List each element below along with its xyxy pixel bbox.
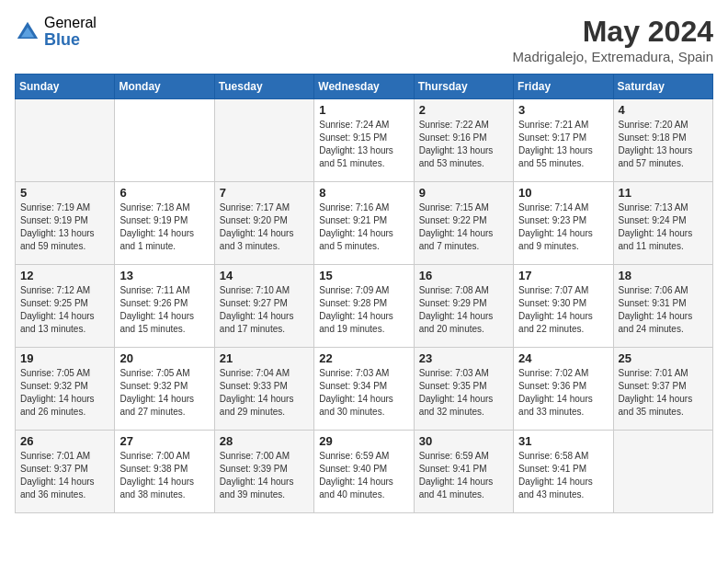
day-number: 16 — [419, 269, 508, 282]
day-number: 1 — [319, 103, 408, 117]
day-detail: Sunrise: 7:03 AM Sunset: 9:35 PM Dayligh… — [419, 367, 508, 419]
column-header-friday: Friday — [514, 75, 613, 99]
column-header-tuesday: Tuesday — [214, 75, 313, 99]
day-detail: Sunrise: 7:09 AM Sunset: 9:28 PM Dayligh… — [319, 284, 408, 336]
column-header-saturday: Saturday — [613, 75, 712, 99]
logo-blue: Blue — [44, 31, 97, 50]
calendar-cell — [115, 99, 214, 182]
calendar-cell: 29Sunrise: 6:59 AM Sunset: 9:40 PM Dayli… — [314, 431, 414, 513]
page-title: May 2024 — [513, 15, 713, 49]
day-detail: Sunrise: 7:21 AM Sunset: 9:17 PM Dayligh… — [518, 119, 608, 170]
day-detail: Sunrise: 7:05 AM Sunset: 9:32 PM Dayligh… — [20, 367, 109, 419]
column-header-monday: Monday — [115, 75, 214, 99]
calendar-cell: 24Sunrise: 7:02 AM Sunset: 9:36 PM Dayli… — [514, 348, 613, 431]
day-number: 23 — [419, 351, 508, 365]
day-number: 25 — [619, 351, 708, 365]
week-row-2: 5Sunrise: 7:19 AM Sunset: 9:19 PM Daylig… — [16, 182, 713, 265]
week-row-5: 26Sunrise: 7:01 AM Sunset: 9:37 PM Dayli… — [16, 431, 713, 513]
day-number: 17 — [518, 269, 608, 282]
day-detail: Sunrise: 7:16 AM Sunset: 9:21 PM Dayligh… — [319, 201, 408, 253]
day-number: 20 — [119, 351, 209, 365]
day-number: 31 — [518, 434, 608, 448]
page-subtitle: Madrigalejo, Extremadura, Spain — [513, 49, 713, 64]
column-header-sunday: Sunday — [16, 75, 115, 99]
calendar-cell: 8Sunrise: 7:16 AM Sunset: 9:21 PM Daylig… — [314, 182, 414, 265]
calendar-cell: 5Sunrise: 7:19 AM Sunset: 9:19 PM Daylig… — [16, 182, 115, 265]
calendar-header-row: SundayMondayTuesdayWednesdayThursdayFrid… — [16, 75, 713, 99]
calendar-cell — [613, 431, 712, 513]
calendar-cell: 9Sunrise: 7:15 AM Sunset: 9:22 PM Daylig… — [414, 182, 513, 265]
calendar-cell: 1Sunrise: 7:24 AM Sunset: 9:15 PM Daylig… — [314, 99, 414, 182]
day-number: 28 — [220, 434, 309, 448]
calendar-cell — [214, 99, 313, 182]
day-number: 19 — [20, 351, 109, 365]
day-number: 3 — [518, 103, 608, 117]
day-number: 24 — [518, 351, 608, 365]
day-detail: Sunrise: 7:06 AM Sunset: 9:31 PM Dayligh… — [619, 284, 708, 336]
day-detail: Sunrise: 7:04 AM Sunset: 9:33 PM Dayligh… — [220, 367, 309, 419]
calendar-cell: 20Sunrise: 7:05 AM Sunset: 9:32 PM Dayli… — [115, 348, 214, 431]
calendar-cell: 22Sunrise: 7:03 AM Sunset: 9:34 PM Dayli… — [314, 348, 414, 431]
day-number: 29 — [319, 434, 408, 448]
day-detail: Sunrise: 7:02 AM Sunset: 9:36 PM Dayligh… — [518, 367, 608, 419]
day-number: 22 — [319, 351, 408, 365]
day-detail: Sunrise: 7:07 AM Sunset: 9:30 PM Dayligh… — [518, 284, 608, 336]
day-detail: Sunrise: 7:22 AM Sunset: 9:16 PM Dayligh… — [419, 119, 508, 170]
day-detail: Sunrise: 6:59 AM Sunset: 9:40 PM Dayligh… — [319, 450, 408, 501]
calendar-cell: 25Sunrise: 7:01 AM Sunset: 9:37 PM Dayli… — [613, 348, 712, 431]
day-number: 11 — [619, 186, 708, 200]
calendar-cell: 19Sunrise: 7:05 AM Sunset: 9:32 PM Dayli… — [16, 348, 115, 431]
day-detail: Sunrise: 7:15 AM Sunset: 9:22 PM Dayligh… — [419, 201, 508, 253]
calendar-cell: 26Sunrise: 7:01 AM Sunset: 9:37 PM Dayli… — [16, 431, 115, 513]
calendar-cell: 7Sunrise: 7:17 AM Sunset: 9:20 PM Daylig… — [214, 182, 313, 265]
calendar-cell: 10Sunrise: 7:14 AM Sunset: 9:23 PM Dayli… — [514, 182, 613, 265]
logo: General Blue — [15, 15, 97, 49]
day-detail: Sunrise: 7:18 AM Sunset: 9:19 PM Dayligh… — [119, 201, 209, 253]
week-row-3: 12Sunrise: 7:12 AM Sunset: 9:25 PM Dayli… — [16, 265, 713, 348]
calendar-body: 1Sunrise: 7:24 AM Sunset: 9:15 PM Daylig… — [16, 99, 713, 513]
day-number: 4 — [619, 103, 708, 117]
calendar-cell: 21Sunrise: 7:04 AM Sunset: 9:33 PM Dayli… — [214, 348, 313, 431]
day-number: 14 — [220, 269, 309, 282]
week-row-4: 19Sunrise: 7:05 AM Sunset: 9:32 PM Dayli… — [16, 348, 713, 431]
day-number: 10 — [518, 186, 608, 200]
day-detail: Sunrise: 7:17 AM Sunset: 9:20 PM Dayligh… — [220, 201, 309, 253]
column-header-thursday: Thursday — [414, 75, 513, 99]
day-detail: Sunrise: 7:13 AM Sunset: 9:24 PM Dayligh… — [619, 201, 708, 253]
calendar-cell: 12Sunrise: 7:12 AM Sunset: 9:25 PM Dayli… — [16, 265, 115, 348]
day-number: 18 — [619, 269, 708, 282]
logo-icon — [15, 19, 40, 45]
calendar-cell: 30Sunrise: 6:59 AM Sunset: 9:41 PM Dayli… — [414, 431, 513, 513]
calendar-cell: 2Sunrise: 7:22 AM Sunset: 9:16 PM Daylig… — [414, 99, 513, 182]
week-row-1: 1Sunrise: 7:24 AM Sunset: 9:15 PM Daylig… — [16, 99, 713, 182]
day-detail: Sunrise: 6:58 AM Sunset: 9:41 PM Dayligh… — [518, 450, 608, 501]
calendar-cell: 16Sunrise: 7:08 AM Sunset: 9:29 PM Dayli… — [414, 265, 513, 348]
calendar-cell: 11Sunrise: 7:13 AM Sunset: 9:24 PM Dayli… — [613, 182, 712, 265]
day-number: 6 — [119, 186, 209, 200]
day-number: 26 — [20, 434, 109, 448]
calendar-cell: 14Sunrise: 7:10 AM Sunset: 9:27 PM Dayli… — [214, 265, 313, 348]
calendar-cell: 6Sunrise: 7:18 AM Sunset: 9:19 PM Daylig… — [115, 182, 214, 265]
day-number: 30 — [419, 434, 508, 448]
day-number: 21 — [220, 351, 309, 365]
day-detail: Sunrise: 7:20 AM Sunset: 9:18 PM Dayligh… — [619, 119, 708, 170]
day-detail: Sunrise: 6:59 AM Sunset: 9:41 PM Dayligh… — [419, 450, 508, 501]
day-detail: Sunrise: 7:05 AM Sunset: 9:32 PM Dayligh… — [119, 367, 209, 419]
calendar-cell: 15Sunrise: 7:09 AM Sunset: 9:28 PM Dayli… — [314, 265, 414, 348]
day-number: 9 — [419, 186, 508, 200]
title-area: May 2024 Madrigalejo, Extremadura, Spain — [513, 15, 713, 64]
calendar-cell: 18Sunrise: 7:06 AM Sunset: 9:31 PM Dayli… — [613, 265, 712, 348]
day-detail: Sunrise: 7:08 AM Sunset: 9:29 PM Dayligh… — [419, 284, 508, 336]
day-detail: Sunrise: 7:14 AM Sunset: 9:23 PM Dayligh… — [518, 201, 608, 253]
calendar-cell: 27Sunrise: 7:00 AM Sunset: 9:38 PM Dayli… — [115, 431, 214, 513]
day-detail: Sunrise: 7:11 AM Sunset: 9:26 PM Dayligh… — [119, 284, 209, 336]
day-number: 5 — [20, 186, 109, 200]
day-detail: Sunrise: 7:12 AM Sunset: 9:25 PM Dayligh… — [20, 284, 109, 336]
calendar-cell: 3Sunrise: 7:21 AM Sunset: 9:17 PM Daylig… — [514, 99, 613, 182]
day-detail: Sunrise: 7:24 AM Sunset: 9:15 PM Dayligh… — [319, 119, 408, 170]
day-detail: Sunrise: 7:01 AM Sunset: 9:37 PM Dayligh… — [619, 367, 708, 419]
calendar-cell: 31Sunrise: 6:58 AM Sunset: 9:41 PM Dayli… — [514, 431, 613, 513]
calendar-cell: 4Sunrise: 7:20 AM Sunset: 9:18 PM Daylig… — [613, 99, 712, 182]
day-number: 13 — [119, 269, 209, 282]
calendar-cell: 17Sunrise: 7:07 AM Sunset: 9:30 PM Dayli… — [514, 265, 613, 348]
